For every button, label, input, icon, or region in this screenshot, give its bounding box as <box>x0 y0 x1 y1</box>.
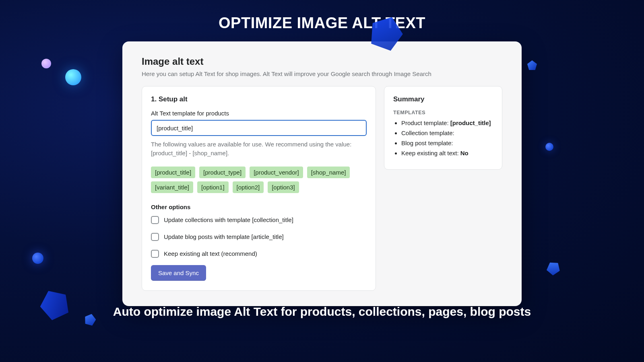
template-tag[interactable]: [option1] <box>197 181 229 193</box>
decorative-orb <box>41 59 51 68</box>
decorative-gem <box>545 259 563 277</box>
checkbox-label: Update collections with template [collec… <box>164 216 293 223</box>
checkbox-label: Update blog posts with template [article… <box>164 233 284 240</box>
panel-title: Image alt text <box>142 56 502 67</box>
other-options-heading: Other options <box>151 204 367 210</box>
template-tag[interactable]: [option2] <box>233 181 264 193</box>
checkbox-blogposts[interactable] <box>151 233 159 241</box>
template-tag[interactable]: [product_title] <box>151 167 195 178</box>
summary-item-label: Product template: <box>401 119 449 126</box>
summary-item-value: No <box>460 150 469 156</box>
checkbox-row-blogposts: Update blog posts with template [article… <box>151 233 367 241</box>
summary-item-label: Blog post template: <box>401 140 453 146</box>
summary-heading: Summary <box>393 95 493 103</box>
hero-title: OPTIMIZE IMAGE ALT TEXT <box>0 0 644 32</box>
alt-template-helper: The following values are available for u… <box>151 140 367 158</box>
checkbox-row-keep-existing: Keep existing alt text (recommend) <box>151 250 367 258</box>
checkbox-row-collections: Update collections with template [collec… <box>151 216 367 224</box>
checkbox-label: Keep existing alt text (recommend) <box>164 250 257 257</box>
summary-item: Keep existing alt text: No <box>401 150 493 156</box>
checkbox-collections[interactable] <box>151 216 159 224</box>
setup-card: 1. Setup alt Alt Text template for produ… <box>142 86 376 291</box>
summary-item-label: Collection template: <box>401 130 454 136</box>
save-sync-button[interactable]: Save and Sync <box>151 265 206 281</box>
summary-card: Summary TEMPLATES Product template: [pro… <box>384 86 502 170</box>
settings-panel: Image alt text Here you can setup Alt Te… <box>122 41 522 306</box>
alt-template-label: Alt Text template for products <box>151 110 367 117</box>
template-tag-list: [product_title] [product_type] [product_… <box>151 167 367 193</box>
template-tag[interactable]: [option3] <box>268 181 299 193</box>
summary-item-value: [product_title] <box>450 119 491 126</box>
decorative-gem <box>527 60 537 70</box>
summary-item-label: Keep existing alt text: <box>401 150 459 156</box>
summary-item: Product template: [product_title] <box>401 119 493 126</box>
setup-heading: 1. Setup alt <box>151 95 367 103</box>
decorative-orb <box>32 253 43 264</box>
template-tag[interactable]: [product_vendor] <box>250 167 303 178</box>
decorative-orb <box>545 143 553 151</box>
template-tag[interactable]: [variant_title] <box>151 181 193 193</box>
panel-description: Here you can setup Alt Text for shop ima… <box>142 70 502 77</box>
summary-item: Blog post template: <box>401 140 493 146</box>
hero-subtitle: Auto optimize image Alt Text for product… <box>0 305 644 319</box>
decorative-orb <box>65 69 81 85</box>
summary-templates-label: TEMPLATES <box>393 110 493 115</box>
summary-item: Collection template: <box>401 130 493 136</box>
checkbox-keep-existing[interactable] <box>151 250 159 258</box>
alt-template-input[interactable] <box>151 120 367 136</box>
template-tag[interactable]: [shop_name] <box>307 167 350 178</box>
summary-list: Product template: [product_title] Collec… <box>393 119 493 156</box>
template-tag[interactable]: [product_type] <box>199 167 246 178</box>
